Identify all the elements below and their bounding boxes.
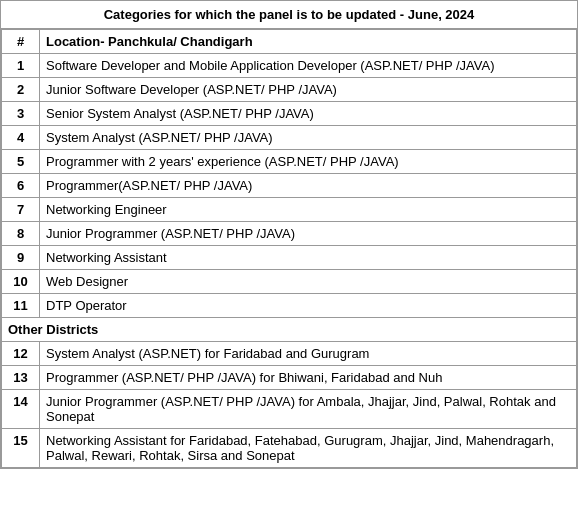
table-header-row: # Location- Panchkula/ Chandigarh (2, 30, 577, 54)
row-number: 13 (2, 366, 40, 390)
table-row: Other Districts (2, 318, 577, 342)
row-text: Web Designer (40, 270, 577, 294)
row-text: Programmer(ASP.NET/ PHP /JAVA) (40, 174, 577, 198)
row-number: 6 (2, 174, 40, 198)
table-row: 10Web Designer (2, 270, 577, 294)
table-row: 13Programmer (ASP.NET/ PHP /JAVA) for Bh… (2, 366, 577, 390)
row-number: 4 (2, 126, 40, 150)
row-number: 10 (2, 270, 40, 294)
table-row: 8Junior Programmer (ASP.NET/ PHP /JAVA) (2, 222, 577, 246)
row-text: Networking Engineer (40, 198, 577, 222)
row-text: System Analyst (ASP.NET/ PHP /JAVA) (40, 126, 577, 150)
table-row: 15Networking Assistant for Faridabad, Fa… (2, 429, 577, 468)
row-number: 5 (2, 150, 40, 174)
row-number: 7 (2, 198, 40, 222)
row-number: 1 (2, 54, 40, 78)
row-text: System Analyst (ASP.NET) for Faridabad a… (40, 342, 577, 366)
row-text: Junior Programmer (ASP.NET/ PHP /JAVA) (40, 222, 577, 246)
table-row: 12System Analyst (ASP.NET) for Faridabad… (2, 342, 577, 366)
row-text: Programmer with 2 years' experience (ASP… (40, 150, 577, 174)
row-number: 8 (2, 222, 40, 246)
table-row: 7Networking Engineer (2, 198, 577, 222)
row-number: 11 (2, 294, 40, 318)
table-row: 5Programmer with 2 years' experience (AS… (2, 150, 577, 174)
row-text: Programmer (ASP.NET/ PHP /JAVA) for Bhiw… (40, 366, 577, 390)
table-row: 11DTP Operator (2, 294, 577, 318)
categories-table: # Location- Panchkula/ Chandigarh 1Softw… (1, 29, 577, 468)
row-text: Senior System Analyst (ASP.NET/ PHP /JAV… (40, 102, 577, 126)
table-row: 4System Analyst (ASP.NET/ PHP /JAVA) (2, 126, 577, 150)
row-text: Networking Assistant for Faridabad, Fate… (40, 429, 577, 468)
panel-container: Categories for which the panel is to be … (0, 0, 578, 469)
row-number: 14 (2, 390, 40, 429)
row-text: Networking Assistant (40, 246, 577, 270)
row-number: 2 (2, 78, 40, 102)
table-row: 2Junior Software Developer (ASP.NET/ PHP… (2, 78, 577, 102)
col-location-header: Location- Panchkula/ Chandigarh (40, 30, 577, 54)
row-text: Software Developer and Mobile Applicatio… (40, 54, 577, 78)
row-number: 3 (2, 102, 40, 126)
table-row: 9Networking Assistant (2, 246, 577, 270)
section-header-cell: Other Districts (2, 318, 577, 342)
row-number: 9 (2, 246, 40, 270)
row-text: Junior Software Developer (ASP.NET/ PHP … (40, 78, 577, 102)
table-row: 3Senior System Analyst (ASP.NET/ PHP /JA… (2, 102, 577, 126)
col-num-header: # (2, 30, 40, 54)
table-row: 6Programmer(ASP.NET/ PHP /JAVA) (2, 174, 577, 198)
row-number: 12 (2, 342, 40, 366)
panel-title: Categories for which the panel is to be … (1, 1, 577, 29)
row-number: 15 (2, 429, 40, 468)
row-text: DTP Operator (40, 294, 577, 318)
table-row: 14Junior Programmer (ASP.NET/ PHP /JAVA)… (2, 390, 577, 429)
row-text: Junior Programmer (ASP.NET/ PHP /JAVA) f… (40, 390, 577, 429)
table-row: 1Software Developer and Mobile Applicati… (2, 54, 577, 78)
